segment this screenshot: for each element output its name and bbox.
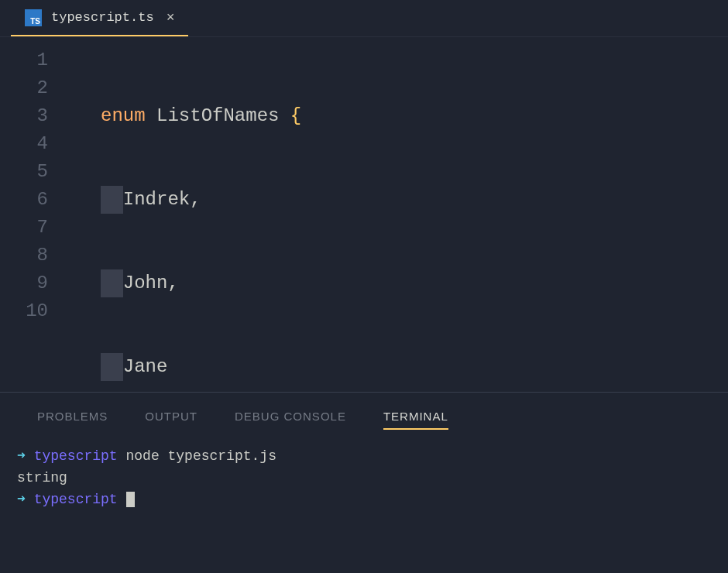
line-number: 3 xyxy=(0,102,48,130)
line-number: 10 xyxy=(0,297,48,325)
code-content[interactable]: enum ListOfNames { Indrek, John, Jane } … xyxy=(70,37,728,392)
close-icon[interactable]: × xyxy=(167,10,175,26)
line-number-gutter: 1 2 3 4 5 6 7 8 9 10 xyxy=(0,37,70,392)
tab-terminal[interactable]: TERMINAL xyxy=(383,410,448,430)
tab-filename: typescript.ts xyxy=(51,10,154,25)
line-number: 8 xyxy=(0,242,48,269)
line-number: 2 xyxy=(0,74,48,102)
tab-bar: TS typescript.ts × xyxy=(0,0,728,37)
terminal-output[interactable]: ➜ typescript node typescript.js string ➜… xyxy=(0,441,728,515)
typescript-icon: TS xyxy=(25,9,42,26)
line-number: 4 xyxy=(0,130,48,158)
code-editor[interactable]: 1 2 3 4 5 6 7 8 9 10 enum ListOfNames { … xyxy=(0,37,728,392)
file-tab[interactable]: TS typescript.ts × xyxy=(11,0,188,36)
tab-problems[interactable]: PROBLEMS xyxy=(37,410,108,430)
code-line: Indrek, xyxy=(101,186,728,214)
line-number: 6 xyxy=(0,186,48,214)
terminal-line: string xyxy=(17,467,711,489)
tab-debug-console[interactable]: DEBUG CONSOLE xyxy=(235,410,346,430)
line-number: 9 xyxy=(0,269,48,297)
panel-tabs: PROBLEMS OUTPUT DEBUG CONSOLE TERMINAL xyxy=(0,393,728,441)
bottom-panel: PROBLEMS OUTPUT DEBUG CONSOLE TERMINAL ➜… xyxy=(0,392,728,570)
line-number: 1 xyxy=(0,46,48,74)
tab-output[interactable]: OUTPUT xyxy=(145,410,197,430)
terminal-line: ➜ typescript node typescript.js xyxy=(17,445,711,467)
code-line: enum ListOfNames { xyxy=(101,102,728,130)
line-number: 5 xyxy=(0,158,48,186)
code-line: John, xyxy=(101,269,728,297)
code-line: Jane xyxy=(101,353,728,381)
terminal-prompt[interactable]: ➜ typescript xyxy=(17,489,711,510)
line-number: 7 xyxy=(0,214,48,242)
cursor-icon xyxy=(126,492,135,507)
